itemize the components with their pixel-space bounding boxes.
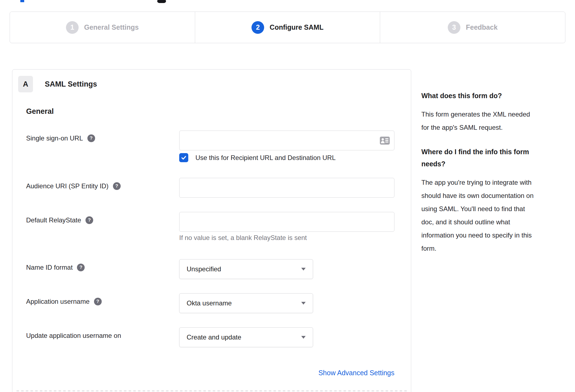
recipient-url-checkbox-label: Use this for Recipient URL and Destinati… — [195, 154, 336, 162]
step-number-badge: 3 — [448, 21, 460, 34]
audience-uri-input[interactable] — [179, 178, 394, 198]
help-icon[interactable]: ? — [94, 298, 102, 305]
configure-saml-page: 1 General Settings 2 Configure SAML 3 Fe… — [0, 0, 575, 392]
application-username-label-row: Application username ? — [26, 297, 102, 306]
name-id-format-select[interactable]: Unspecified — [179, 259, 313, 279]
recipient-url-checkbox[interactable] — [179, 153, 188, 162]
name-id-format-label-row: Name ID format ? — [26, 263, 85, 272]
single-sign-on-url-input[interactable] — [179, 131, 394, 150]
advanced-link-row: Show Advanced Settings — [179, 369, 394, 377]
default-relaystate-label-row: Default RelayState ? — [26, 216, 93, 225]
default-relaystate-input[interactable] — [179, 212, 394, 232]
audience-uri-label: Audience URI (SP Entity ID) — [26, 182, 109, 190]
recipient-url-checkbox-row: Use this for Recipient URL and Destinati… — [179, 153, 336, 162]
audience-uri-label-row: Audience URI (SP Entity ID) ? — [26, 181, 121, 191]
panel-title: SAML Settings — [45, 79, 97, 89]
name-id-format-label: Name ID format — [26, 264, 73, 271]
help-icon[interactable]: ? — [77, 264, 85, 271]
section-a-badge: A — [18, 76, 33, 92]
step-label: Configure SAML — [270, 23, 324, 31]
help-icon[interactable]: ? — [113, 182, 121, 190]
help-section-where: Where do I find the info this form needs… — [421, 146, 572, 255]
step-number-badge: 2 — [251, 21, 264, 34]
general-section-heading: General — [26, 107, 54, 116]
help-icon[interactable]: ? — [87, 134, 95, 142]
section-dashed-divider — [16, 391, 407, 391]
step-label: Feedback — [466, 23, 497, 31]
single-sign-on-url-label: Single sign-on URL — [26, 134, 83, 142]
help-icon[interactable]: ? — [85, 216, 93, 224]
stepper-step-configure-saml[interactable]: 2 Configure SAML — [195, 12, 380, 43]
checkmark-icon — [181, 154, 187, 161]
show-advanced-settings-link[interactable]: Show Advanced Settings — [318, 369, 394, 377]
update-username-label-row: Update application username on — [26, 331, 121, 340]
clipped-header-icon-fragment — [157, 0, 166, 3]
contact-card-icon[interactable] — [380, 136, 390, 146]
help-body: This form generates the XML needed for t… — [421, 108, 572, 134]
single-sign-on-url-label-row: Single sign-on URL ? — [26, 134, 95, 143]
application-username-value: Okta username — [187, 299, 232, 307]
stepper-step-feedback: 3 Feedback — [380, 12, 565, 43]
update-username-value: Create and update — [187, 333, 241, 341]
application-username-select[interactable]: Okta username — [179, 293, 313, 313]
help-sidebar: What does this form do? This form genera… — [421, 90, 572, 255]
update-username-label: Update application username on — [26, 332, 121, 339]
wizard-stepper: 1 General Settings 2 Configure SAML 3 Fe… — [10, 12, 565, 43]
chevron-down-icon — [301, 302, 306, 305]
help-heading: What does this form do? — [421, 90, 572, 102]
default-relaystate-label: Default RelayState — [26, 216, 81, 224]
update-username-select[interactable]: Create and update — [179, 327, 313, 347]
application-username-label: Application username — [26, 298, 90, 305]
help-section-what: What does this form do? This form genera… — [421, 90, 572, 134]
relaystate-helper-text: If no value is set, a blank RelayState i… — [179, 234, 307, 242]
chevron-down-icon — [301, 268, 306, 270]
step-number-badge: 1 — [66, 21, 79, 34]
chevron-down-icon — [301, 336, 306, 339]
step-label: General Settings — [84, 23, 139, 31]
clipped-title-fragment — [20, 0, 24, 2]
stepper-step-general-settings[interactable]: 1 General Settings — [10, 12, 195, 43]
name-id-format-value: Unspecified — [187, 265, 221, 273]
help-heading: Where do I find the info this form needs… — [421, 146, 572, 170]
help-body: The app you're trying to integrate with … — [421, 176, 572, 255]
